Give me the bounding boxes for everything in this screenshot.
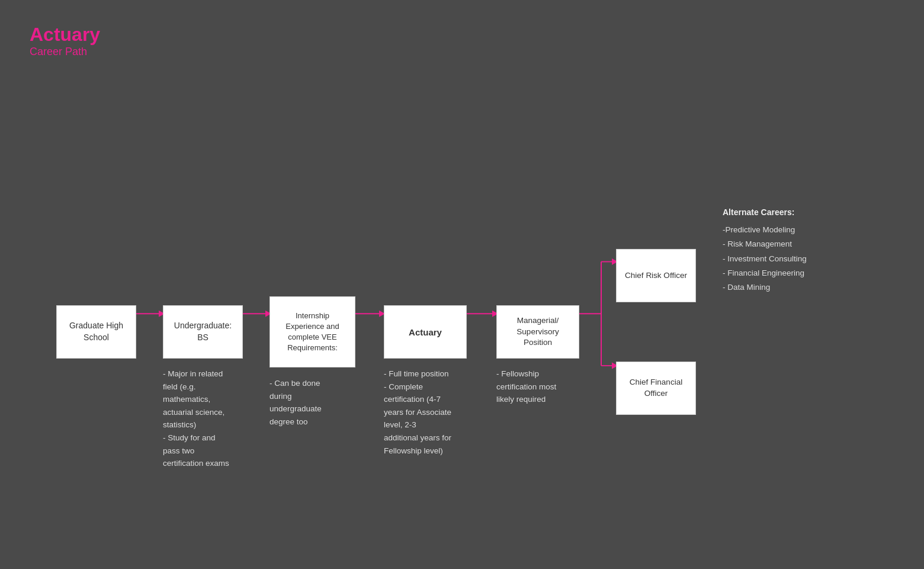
alt-careers-title: Alternate Careers: xyxy=(723,207,841,217)
desc-internship: - Can be done during undergraduate degre… xyxy=(270,377,361,428)
alt-career-item-1: -Predictive Modeling xyxy=(723,223,841,237)
alt-career-item-5: - Data Mining xyxy=(723,280,841,295)
box-chief-financial: Chief Financial Officer xyxy=(616,362,696,415)
box-internship: Internship Experience and complete VEE R… xyxy=(270,296,355,367)
page-subtitle: Career Path xyxy=(30,46,100,58)
desc-managerial: - Fellowship certification most likely r… xyxy=(496,367,591,406)
header: Actuary Career Path xyxy=(30,24,100,58)
alt-career-item-4: - Financial Engineering xyxy=(723,266,841,280)
page-title: Actuary xyxy=(30,24,100,46)
box-high-school: Graduate High School xyxy=(56,305,136,359)
diagram-area: Graduate High School Undergraduate: BS I… xyxy=(24,95,900,522)
desc-undergraduate: - Major in related field (e.g. mathemati… xyxy=(163,367,261,470)
box-undergraduate: Undergraduate: BS xyxy=(163,305,243,359)
box-managerial: Managerial/ Supervisory Position xyxy=(496,305,579,359)
alternate-careers: Alternate Careers: -Predictive Modeling … xyxy=(723,207,841,295)
box-actuary: Actuary xyxy=(384,305,467,359)
alt-career-item-3: - Investment Consulting xyxy=(723,252,841,266)
desc-actuary: - Full time position - Complete certific… xyxy=(384,367,479,457)
box-chief-risk: Chief Risk Officer xyxy=(616,249,696,302)
alt-career-item-2: - Risk Management xyxy=(723,237,841,251)
